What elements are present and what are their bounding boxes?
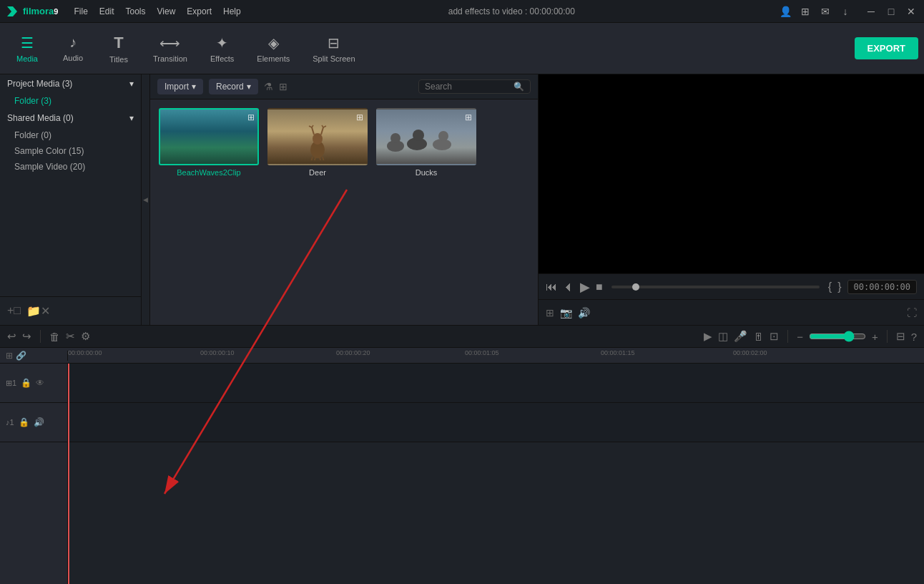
- toolbar-effects[interactable]: ✦ Effects: [200, 30, 244, 67]
- sample-video-item[interactable]: Sample Video (20): [0, 159, 141, 175]
- panel-footer: +□ 📁✕: [0, 296, 141, 325]
- deer-silhouette: [303, 125, 332, 160]
- svg-point-2: [313, 133, 323, 145]
- ruler-mark-3: 00:00:01:05: [465, 349, 499, 356]
- media-search: 🔍: [418, 79, 531, 94]
- toolbar-audio[interactable]: ♪ Audio: [51, 30, 94, 67]
- window-controls: 👤 ⊞ ✉ ↓ ─ □ ✕: [778, 6, 918, 17]
- svg-line-11: [320, 157, 321, 160]
- download-icon[interactable]: ↓: [838, 6, 852, 17]
- add-media-icon[interactable]: +□: [7, 304, 21, 318]
- timeline: ⊞ 🔗 00:00:00:00 00:00:00:10 00:00:00:20 …: [0, 348, 924, 584]
- preview-step-back-button[interactable]: ⏴: [563, 281, 574, 293]
- export-button[interactable]: EXPORT: [855, 37, 918, 59]
- link-icon[interactable]: 🔗: [16, 351, 26, 361]
- expand-icon-2: ▾: [129, 113, 134, 123]
- delete-button[interactable]: 🗑: [49, 331, 60, 343]
- thumb-ducks-img: ⊞: [376, 108, 476, 165]
- preview-stop-button[interactable]: ■: [596, 281, 603, 293]
- svg-point-16: [413, 130, 424, 141]
- timeline-ruler: ⊞ 🔗 00:00:00:00 00:00:00:10 00:00:00:20 …: [0, 348, 924, 364]
- help-icon[interactable]: ?: [911, 331, 917, 343]
- elements-label: Elements: [257, 54, 290, 63]
- fullscreen-icon[interactable]: ⊞: [798, 6, 812, 17]
- import-button[interactable]: Import ▾: [157, 79, 203, 94]
- folder-item[interactable]: Folder (3): [0, 93, 141, 109]
- preview-play-button[interactable]: ▶: [580, 279, 590, 295]
- project-media-header[interactable]: Project Media (3) ▾: [0, 74, 141, 93]
- menu-tools[interactable]: Tools: [122, 5, 150, 18]
- add-folder-icon[interactable]: 📁✕: [26, 304, 50, 318]
- toolbar-elements[interactable]: ◈ Elements: [247, 30, 300, 67]
- search-input[interactable]: [425, 82, 511, 92]
- zoom-in-icon[interactable]: +: [872, 331, 878, 343]
- timeline-layout-icon[interactable]: ⊟: [896, 330, 905, 343]
- preview-bottom: ⊞ 📷 🔊 ⛶: [539, 299, 924, 325]
- close-button[interactable]: ✕: [904, 6, 918, 17]
- sample-color-item[interactable]: Sample Color (15): [0, 143, 141, 159]
- adjust-button[interactable]: ⚙: [81, 330, 90, 343]
- play-timeline-icon[interactable]: ▶: [704, 330, 712, 343]
- audio-lock-icon[interactable]: 🔒: [19, 417, 29, 427]
- user-icon[interactable]: 👤: [778, 6, 792, 17]
- snapshot-icon[interactable]: ⊡: [770, 330, 779, 343]
- filter-icon[interactable]: ⚗: [264, 81, 273, 92]
- menu-help[interactable]: Help: [219, 5, 245, 18]
- preview-fullscreen-icon[interactable]: ⛶: [907, 307, 917, 318]
- grid-view-icon[interactable]: ⊞: [279, 81, 287, 92]
- expand-icon: ▾: [129, 79, 134, 89]
- toolbar-titles[interactable]: T Titles: [97, 29, 140, 68]
- preview-progress[interactable]: [611, 286, 820, 288]
- record-button[interactable]: Record ▾: [209, 79, 258, 94]
- thumb-deer-img: ⊞: [267, 108, 368, 165]
- menu-file[interactable]: File: [69, 5, 92, 18]
- collapse-handle[interactable]: [142, 74, 150, 325]
- bracket-right-icon[interactable]: }: [837, 281, 841, 293]
- zoom-range-input[interactable]: [809, 331, 866, 342]
- preview-export-icon[interactable]: ⊞: [546, 307, 554, 318]
- svg-line-8: [322, 125, 323, 127]
- import-dropdown-icon: ▾: [192, 82, 196, 92]
- thumb-deer-label: Deer: [309, 168, 326, 177]
- toolbar-transition[interactable]: ⟷ Transition: [143, 30, 197, 67]
- snap-icon[interactable]: ⊞: [6, 351, 13, 361]
- cut-button[interactable]: ✂: [66, 330, 75, 343]
- shared-folder-item[interactable]: Folder (0): [0, 127, 141, 143]
- toolbar-splitscreen[interactable]: ⊟ Split Screen: [303, 30, 365, 67]
- title-bar: filmora9 File Edit Tools View Export Hel…: [0, 0, 924, 23]
- audio-track-header: ♪1 🔒 🔊: [0, 403, 67, 442]
- undo-button[interactable]: ↩: [7, 330, 16, 343]
- menu-view[interactable]: View: [153, 5, 180, 18]
- minimize-button[interactable]: ─: [864, 6, 878, 17]
- thumbnail-deer[interactable]: ⊞: [267, 108, 368, 177]
- menu-bar: File Edit Tools View Export Help: [69, 5, 245, 18]
- search-icon[interactable]: 🔍: [513, 82, 524, 92]
- redo-button[interactable]: ↪: [22, 330, 31, 343]
- shared-media-header[interactable]: Shared Media (0) ▾: [0, 109, 141, 127]
- video-track-header: ⊞1 🔒 👁: [0, 364, 67, 403]
- thumb-ducks-label: Ducks: [416, 168, 438, 177]
- thumbnail-beach[interactable]: ⊞ BeachWaves2Clip: [159, 108, 259, 177]
- audio-icon: ♪: [69, 34, 77, 51]
- bracket-left-icon[interactable]: {: [828, 281, 832, 293]
- preview-volume-icon[interactable]: 🔊: [578, 307, 590, 318]
- audio-volume-icon[interactable]: 🔊: [34, 417, 44, 427]
- preview-snapshot-icon[interactable]: 📷: [560, 307, 572, 318]
- toolbar-media[interactable]: ☰ Media: [6, 30, 49, 67]
- toolbar-right: ▶ ◫ 🎤 🎚 ⊡ − + ⊟ ?: [704, 330, 917, 343]
- video-lock-icon[interactable]: 🔒: [21, 378, 31, 388]
- toolbar-separator-2: [787, 330, 788, 343]
- video-track-lane[interactable]: [68, 364, 924, 403]
- menu-edit[interactable]: Edit: [95, 5, 119, 18]
- zoom-out-icon[interactable]: −: [797, 331, 803, 343]
- audio-track-lane[interactable]: [68, 403, 924, 442]
- mail-icon[interactable]: ✉: [818, 6, 832, 17]
- menu-export[interactable]: Export: [182, 5, 216, 18]
- video-eye-icon[interactable]: 👁: [36, 378, 44, 388]
- mark-in-icon[interactable]: ◫: [718, 330, 728, 343]
- mix-icon[interactable]: 🎚: [753, 331, 764, 343]
- preview-rewind-button[interactable]: ⏮: [546, 281, 557, 293]
- maximize-button[interactable]: □: [884, 6, 898, 17]
- thumbnail-ducks[interactable]: ⊞ Ducks: [376, 108, 476, 177]
- mic-icon[interactable]: 🎤: [734, 330, 747, 343]
